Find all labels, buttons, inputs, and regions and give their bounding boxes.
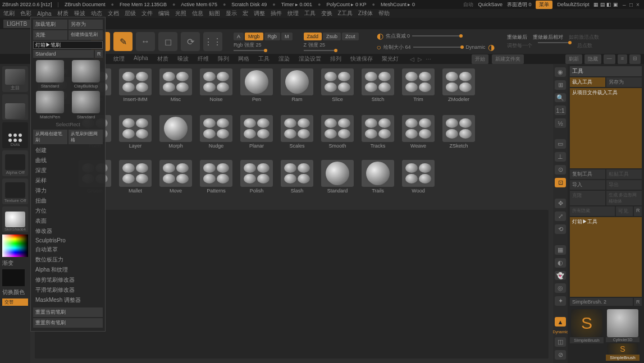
folder-Weave[interactable]: Weave: [401, 115, 436, 149]
folder-Wood[interactable]: Wood: [401, 160, 436, 194]
focal-shift-slider[interactable]: 焦点衰减 0: [386, 33, 410, 40]
folder-Trails[interactable]: Trails: [360, 160, 395, 194]
menu-编辑[interactable]: 编辑: [158, 10, 170, 17]
tab-纹理[interactable]: 纹理: [111, 54, 127, 64]
aahalf-icon[interactable]: ½: [555, 118, 566, 128]
tab-渲染设置[interactable]: 渲染设置: [296, 54, 323, 64]
m-button[interactable]: M: [281, 33, 293, 40]
folder-Polish[interactable]: Polish: [239, 160, 274, 194]
brush-cat-MaskMesh 调整器[interactable]: MaskMesh 调整器: [33, 295, 103, 305]
material-slot[interactable]: SkinShade4: [2, 206, 28, 232]
tab-Alpha[interactable]: Alpha: [131, 54, 150, 64]
scale-icon[interactable]: ⤢: [555, 212, 566, 221]
tab-纤维[interactable]: 纤维: [195, 54, 211, 64]
menu-工具[interactable]: 工具: [304, 10, 316, 17]
menu-Z工具[interactable]: Z工具: [338, 10, 353, 17]
menu-显示[interactable]: 显示: [226, 10, 237, 17]
folder-Move[interactable]: Move: [158, 160, 193, 194]
zadd-button[interactable]: Zadd: [304, 33, 322, 40]
menu-帮助[interactable]: 帮助: [378, 10, 390, 17]
menu-贴图[interactable]: 贴图: [209, 10, 220, 17]
menu-噪波[interactable]: 噪波: [74, 10, 85, 17]
folder-Noise[interactable]: Noise: [199, 68, 234, 104]
brush-cat-创建[interactable]: 创建: [33, 145, 103, 155]
sculptris-icon[interactable]: ▲: [555, 317, 566, 327]
nav-next-icon[interactable]: ▷: [418, 56, 422, 62]
brush-thumb-MatchPen[interactable]: MatchPen: [33, 91, 67, 120]
floor-icon[interactable]: ⊥: [555, 152, 566, 162]
brush-thumb-Standard[interactable]: Standard: [33, 60, 67, 89]
draw-size-slider[interactable]: 绘制大小 64: [383, 44, 411, 51]
folder-Layer[interactable]: Layer: [118, 115, 153, 149]
paste-tool-button[interactable]: 粘贴工具: [606, 169, 642, 179]
load-brush-button[interactable]: 加载笔刷: [33, 20, 67, 29]
folder-Trim[interactable]: Trim: [401, 68, 436, 104]
stroke-slot[interactable]: Dots: [2, 122, 28, 148]
folder-ZModeler[interactable]: ZModeler: [441, 68, 476, 104]
folder-Morph[interactable]: Morph: [158, 115, 193, 149]
menu-纹理[interactable]: 纹理: [287, 10, 299, 17]
folder-Mallet[interactable]: Mallet: [118, 160, 153, 194]
copy-tool-button[interactable]: 复制工具: [570, 169, 605, 179]
tab-材质[interactable]: 材质: [155, 54, 171, 64]
brush-cat-弹力[interactable]: 弹力: [33, 186, 103, 196]
lightbox-tools-button[interactable]: 灯箱▶工具: [570, 217, 642, 297]
local-icon[interactable]: ⊙: [555, 165, 566, 174]
rgb-intensity-slider[interactable]: Rgb 强度 25: [234, 42, 293, 49]
import-button[interactable]: 导入: [570, 180, 605, 190]
move-button[interactable]: ↔: [136, 32, 155, 51]
bpr-icon[interactable]: ◉: [555, 67, 566, 77]
rotate-icon[interactable]: ⟲: [555, 224, 566, 234]
menu-插件[interactable]: 插件: [271, 10, 282, 17]
tab-快速保存[interactable]: 快速保存: [348, 54, 375, 64]
folder-Stitch[interactable]: Stitch: [360, 68, 395, 104]
folder-Patterns[interactable]: Patterns: [199, 160, 234, 194]
xpose-icon[interactable]: ✦: [555, 296, 566, 306]
brush-cat-采样[interactable]: 采样: [33, 176, 103, 186]
folder-Tracks[interactable]: Tracks: [360, 115, 395, 149]
reset-all-brush-button[interactable]: 重置所有笔刷: [33, 318, 103, 328]
folder-Scales[interactable]: Scales: [280, 115, 314, 149]
load-tool-button[interactable]: 载入工具: [570, 77, 605, 87]
tab-阵列[interactable]: 阵列: [216, 54, 231, 64]
menu-光照[interactable]: 光照: [175, 10, 186, 17]
menu-色彩[interactable]: 色彩: [20, 10, 31, 17]
z-intensity-slider[interactable]: Z 强度 25: [304, 42, 359, 49]
zoom-icon[interactable]: 🔍: [555, 93, 566, 103]
tab-聚光灯[interactable]: 聚光灯: [380, 54, 401, 64]
brush-cat-表面[interactable]: 表面: [33, 216, 103, 226]
view-2-icon[interactable]: ≡: [618, 54, 627, 64]
extra1-icon[interactable]: ◫: [555, 337, 566, 347]
folder-Standard[interactable]: Standard: [320, 160, 355, 194]
tab-工具[interactable]: 工具: [256, 54, 272, 64]
menu-变换[interactable]: 变换: [321, 10, 332, 17]
brush-slot[interactable]: 主目: [2, 66, 28, 92]
refresh-button[interactable]: 刷新: [565, 54, 582, 64]
move-icon[interactable]: ✥: [555, 199, 566, 208]
tab-噪波[interactable]: 噪波: [175, 54, 191, 64]
folder-Nudge[interactable]: Nudge: [199, 115, 234, 149]
close-icon[interactable]: ×: [636, 2, 642, 7]
open-button[interactable]: 开始: [472, 54, 488, 64]
folder-Insert-IMM[interactable]: Insert-IMM: [118, 68, 153, 104]
tool-thumb-simplebrush[interactable]: S SimpleBrush: [570, 309, 604, 361]
brush-cat-平滑笔刷修改器[interactable]: 平滑笔刷修改器: [33, 285, 103, 295]
canvas[interactable]: [35, 210, 549, 359]
reset-current-brush-button[interactable]: 重置当前笔刷: [33, 307, 103, 317]
folder-Slice[interactable]: Slice: [320, 68, 355, 104]
brush-cat-数位板压力[interactable]: 数位板压力: [33, 255, 103, 265]
folder-ZSketch[interactable]: ZSketch: [441, 115, 476, 149]
brush-cat-深度[interactable]: 深度: [33, 166, 103, 176]
view-3-icon[interactable]: ⊟: [629, 54, 641, 64]
brush-path-input[interactable]: [33, 41, 103, 49]
hide-button[interactable]: 隐藏: [584, 54, 601, 64]
menu-笔刷[interactable]: 笔刷: [3, 10, 15, 17]
folder-Slash[interactable]: Slash: [280, 160, 314, 194]
new-folder-button[interactable]: 新建文件夹: [492, 54, 524, 64]
minimize-icon[interactable]: –: [623, 2, 628, 7]
quicksave-button[interactable]: QuickSave: [478, 2, 503, 7]
folder-Pen[interactable]: Pen: [239, 68, 274, 104]
menu-材质[interactable]: 材质: [57, 10, 68, 17]
menu-调整[interactable]: 调整: [254, 10, 265, 17]
saveas-brush-button[interactable]: 另存为: [68, 20, 103, 29]
